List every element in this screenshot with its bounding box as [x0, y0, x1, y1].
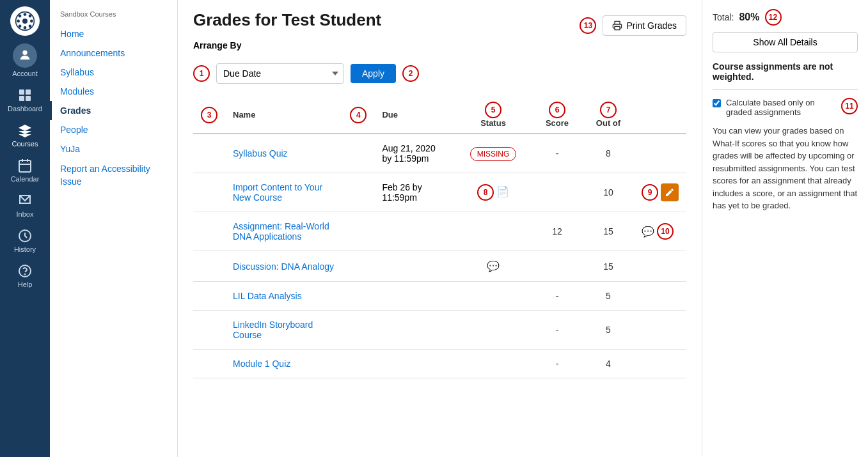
arrange-select[interactable]: Due Date Assignment Name Module Assignme…	[216, 63, 344, 84]
assignment-link[interactable]: Module 1 Quiz	[233, 359, 290, 369]
circle-6: 6	[549, 102, 565, 118]
svg-point-1	[22, 19, 28, 24]
right-panel: Total: 80% 12 Show All Details Course as…	[702, 0, 868, 457]
col-status: Status	[462, 118, 524, 128]
chat-icon: 💬	[642, 226, 654, 238]
nav-help[interactable]: Help	[0, 258, 50, 293]
graded-only-checkbox[interactable]	[713, 99, 721, 107]
missing-badge: MISSING	[470, 147, 517, 161]
show-all-button[interactable]: Show All Details	[713, 32, 858, 52]
arrange-row: Arrange By	[193, 40, 686, 50]
sidebar-item-grades[interactable]: Grades	[50, 101, 177, 120]
circle-4: 4	[350, 107, 367, 123]
assignment-link[interactable]: Assignment: Real-World DNA Applications	[233, 221, 329, 242]
circle-7: 7	[600, 102, 617, 118]
due-date	[374, 282, 455, 311]
sidebar: Sandbox Courses Home Announcements Sylla…	[50, 0, 178, 457]
chat-icon: 💬	[487, 261, 500, 272]
outof-cell: 15	[583, 212, 634, 251]
sidebar-item-syllabus[interactable]: Syllabus	[50, 63, 177, 82]
circle-11: 11	[841, 98, 858, 114]
svg-rect-14	[26, 96, 31, 101]
score-cell: -	[532, 134, 583, 173]
svg-point-8	[29, 15, 32, 18]
due-date	[374, 350, 455, 378]
score-cell	[532, 173, 583, 212]
checkbox-label[interactable]: Calculate based only on graded assignmen…	[726, 98, 836, 117]
assignment-link[interactable]: LinkedIn Storyboard Course	[233, 320, 313, 340]
circle-1: 1	[193, 65, 210, 82]
svg-point-21	[25, 274, 26, 275]
score-cell: 12	[532, 212, 583, 251]
sidebar-item-report[interactable]: Report an Accessibility Issue	[50, 159, 177, 192]
app-logo[interactable]	[10, 6, 40, 36]
circle-9: 9	[642, 184, 658, 201]
circle-3: 3	[201, 107, 217, 123]
outof-cell: 4	[583, 350, 634, 378]
due-date: Aug 21, 2020 by 11:59pm	[374, 134, 455, 173]
nav-dashboard[interactable]: Dashboard	[0, 82, 50, 118]
sidebar-item-announcements[interactable]: Announcements	[50, 43, 177, 63]
outof-cell: 15	[583, 251, 634, 282]
circle-5: 5	[485, 102, 501, 118]
svg-rect-11	[19, 89, 24, 95]
what-if-icon[interactable]	[661, 183, 679, 201]
total-percent: 80%	[739, 12, 759, 23]
outof-cell: 8	[583, 134, 634, 173]
due-date: Feb 26 by 11:59pm	[374, 173, 455, 212]
assignment-link[interactable]: LIL Data Analysis	[233, 291, 302, 301]
col-name: Name	[225, 97, 342, 134]
assignment-link[interactable]: Discussion: DNA Analogy	[233, 261, 334, 272]
svg-point-10	[22, 50, 27, 54]
col-outof: Out of	[590, 118, 626, 128]
svg-rect-13	[19, 96, 24, 101]
print-button[interactable]: Print Grades	[603, 15, 686, 36]
circle-13: 13	[580, 17, 596, 34]
assignment-link[interactable]: Syllabus Quiz	[233, 148, 288, 159]
table-row: LinkedIn Storyboard Course - 5	[193, 311, 686, 350]
outof-cell: 5	[583, 282, 634, 311]
nav-courses[interactable]: Courses	[0, 118, 50, 153]
score-cell	[532, 251, 583, 282]
assignment-link[interactable]: Import Content to Your New Course	[233, 182, 322, 203]
due-date	[374, 212, 455, 251]
nav-account[interactable]: Account	[0, 38, 50, 82]
svg-point-3	[24, 26, 27, 29]
svg-rect-22	[615, 26, 620, 29]
apply-button[interactable]: Apply	[351, 64, 396, 83]
svg-point-6	[19, 15, 22, 18]
page-title: Grades for Test Student	[193, 10, 381, 30]
header-area: Grades for Test Student 13 Print Grades	[178, 0, 702, 40]
arrange-controls: 1 Due Date Assignment Name Module Assign…	[193, 63, 686, 84]
due-date	[374, 251, 455, 282]
main-wrapper: Grades for Test Student 13 Print Grades …	[178, 0, 702, 457]
grades-table: 3 Name 4 Due 5 Status 6 Score	[193, 97, 686, 378]
table-row: Module 1 Quiz - 4	[193, 350, 686, 378]
nav-history[interactable]: History	[0, 223, 50, 258]
score-cell: -	[532, 282, 583, 311]
score-cell: -	[532, 350, 583, 378]
sidebar-item-people[interactable]: People	[50, 120, 177, 139]
nav-calendar[interactable]: Calendar	[0, 153, 50, 188]
arrange-label: Arrange By	[193, 40, 241, 50]
svg-rect-12	[26, 89, 31, 95]
table-row: LIL Data Analysis - 5	[193, 282, 686, 311]
due-date	[374, 311, 455, 350]
printer-icon	[612, 20, 622, 31]
nav-bar: Account Dashboard Courses Calendar Inbox…	[0, 0, 50, 457]
circle-8: 8	[477, 184, 494, 201]
sidebar-item-yuja[interactable]: YuJa	[50, 139, 177, 159]
panel-body: You can view your grades based on What-I…	[713, 125, 858, 212]
sidebar-item-home[interactable]: Home	[50, 24, 177, 43]
sidebar-item-modules[interactable]: Modules	[50, 82, 177, 101]
svg-rect-15	[19, 160, 31, 172]
nav-inbox[interactable]: Inbox	[0, 188, 50, 223]
outof-cell: 10	[583, 173, 634, 212]
table-row: Assignment: Real-World DNA Applications …	[193, 212, 686, 251]
svg-point-2	[24, 13, 27, 16]
table-row: Syllabus Quiz Aug 21, 2020 by 11:59pm MI…	[193, 134, 686, 173]
outof-cell: 5	[583, 311, 634, 350]
circle-12: 12	[765, 9, 782, 26]
table-row: Discussion: DNA Analogy 💬 15	[193, 251, 686, 282]
svg-point-5	[30, 20, 33, 23]
